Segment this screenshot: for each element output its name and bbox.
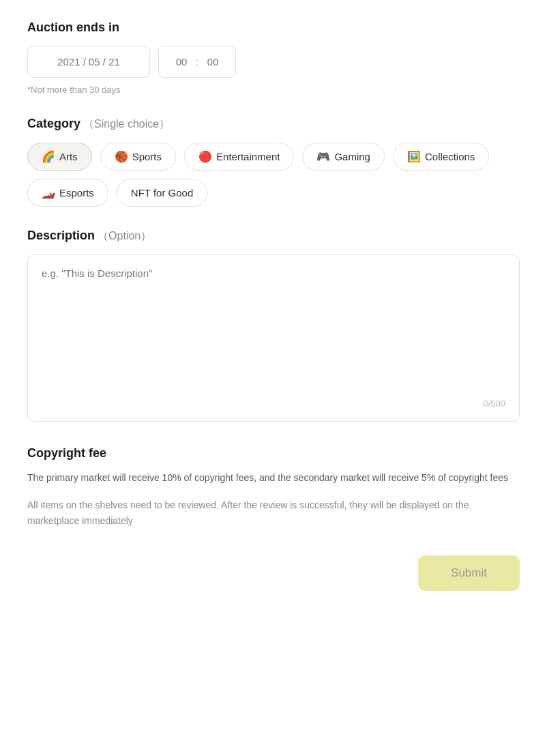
auction-section: Auction ends in : *Not more than 30 days (27, 20, 520, 95)
char-count: 0/500 (42, 398, 505, 409)
esports-label: Esports (59, 187, 94, 199)
collections-label: Collections (425, 151, 475, 162)
copyright-primary-text: The primary market will receive 10% of c… (27, 470, 520, 485)
auction-title: Auction ends in (27, 20, 520, 35)
date-time-row: : (27, 46, 520, 78)
time-separator: : (196, 56, 198, 68)
chip-nft-for-good[interactable]: NFT for Good (117, 179, 207, 207)
category-title: Category（Single choice） (27, 117, 520, 132)
collections-emoji: 🖼️ (407, 150, 421, 163)
chip-collections[interactable]: 🖼️ Collections (393, 143, 489, 171)
copyright-title: Copyright fee (27, 446, 520, 461)
category-chips-row: 🌈 Arts 🏀 Sports 🔴 Entertainment 🎮 Gaming… (27, 143, 520, 207)
time-input-group: : (158, 46, 236, 78)
time-minute-input[interactable] (203, 56, 223, 68)
esports-emoji: 🏎️ (42, 186, 55, 199)
arts-emoji: 🌈 (42, 150, 55, 163)
description-title: Description（Option） (27, 229, 520, 244)
gaming-label: Gaming (334, 151, 370, 162)
chip-gaming[interactable]: 🎮 Gaming (302, 143, 385, 171)
copyright-section: Copyright fee The primary market will re… (27, 446, 520, 528)
category-section: Category（Single choice） 🌈 Arts 🏀 Sports … (27, 117, 520, 207)
arts-label: Arts (59, 151, 78, 162)
chip-arts[interactable]: 🌈 Arts (27, 143, 92, 171)
entertainment-emoji: 🔴 (198, 150, 212, 163)
chip-entertainment[interactable]: 🔴 Entertainment (184, 143, 294, 171)
description-textarea[interactable] (42, 267, 505, 390)
gaming-emoji: 🎮 (316, 150, 330, 163)
entertainment-label: Entertainment (216, 151, 280, 162)
description-wrapper: 0/500 (27, 255, 520, 422)
copyright-review-text: All items on the shelves need to be revi… (27, 497, 520, 528)
sports-emoji: 🏀 (115, 150, 128, 163)
time-hour-input[interactable] (171, 56, 192, 68)
submit-button[interactable]: Submit (418, 555, 520, 591)
nft-for-good-label: NFT for Good (131, 187, 193, 199)
chip-sports[interactable]: 🏀 Sports (100, 143, 176, 171)
date-input[interactable] (27, 46, 150, 78)
auction-hint: *Not more than 30 days (27, 85, 520, 95)
description-section: Description（Option） 0/500 (27, 229, 520, 422)
submit-row: Submit (27, 555, 520, 591)
sports-label: Sports (132, 151, 162, 162)
chip-esports[interactable]: 🏎️ Esports (27, 179, 108, 207)
